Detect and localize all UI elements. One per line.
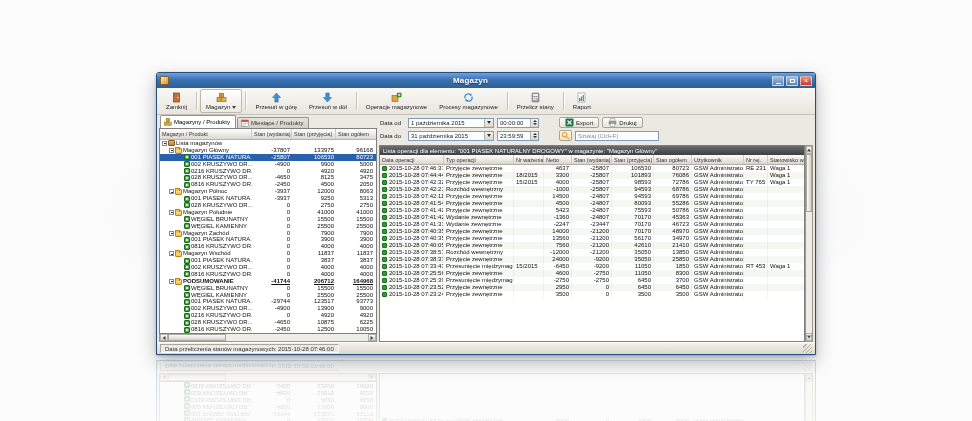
- operation-row[interactable]: 2015-10-28 07:42:11 Przyjęcie zewnętrzne…: [380, 193, 804, 200]
- operation-row[interactable]: 2015-10-28 07:25:56 Przyjęcie zewnętrzne…: [380, 270, 804, 277]
- tree-row[interactable]: 001 PIASEK NATURA... -3937 9250 5313: [160, 195, 376, 202]
- scroll-up-button[interactable]: [806, 146, 812, 154]
- operation-row[interactable]: 2015-10-28 07:41:54 Przyjęcie zewnętrzne…: [380, 200, 804, 207]
- date-from-select[interactable]: 1 października 2015: [408, 118, 494, 128]
- chevron-down-icon[interactable]: [484, 132, 493, 140]
- tree-row[interactable]: Lista magazynów: [160, 140, 376, 147]
- toolbar-magazyn-button[interactable]: Magazyn: [200, 89, 242, 113]
- tree-row[interactable]: 002 KRUSZYWO DR... -4900 9900 5000: [160, 161, 376, 168]
- tree-row[interactable]: 0816 KRUSZYWO DR... -2450 4500 2050: [160, 181, 376, 188]
- operations-column-header[interactable]: Typ operacji: [444, 155, 514, 164]
- tree-row[interactable]: 028 KRUSZYWO DR... 0 2750 2750: [160, 202, 376, 209]
- operations-column-header[interactable]: Nr rej.: [744, 155, 768, 164]
- horizontal-scrollbar[interactable]: [159, 334, 377, 342]
- tree-expander-icon[interactable]: [169, 231, 174, 236]
- operation-row[interactable]: 2015-10-28 07:23:24 Przyjęcie zewnętrzne…: [380, 291, 804, 298]
- print-button[interactable]: Drukuj: [602, 117, 642, 128]
- spinner-icon[interactable]: [530, 132, 538, 140]
- time-to-input[interactable]: 23:59:59: [497, 131, 539, 141]
- horizontal-scrollbar-thumb[interactable]: [168, 334, 226, 341]
- tree-row[interactable]: 0816 KRUSZYWO DR... 0 4000 4000: [160, 271, 376, 278]
- tree-row[interactable]: 001 PIASEK NATURA... 0 3837 3837: [160, 257, 376, 264]
- tree-row[interactable]: Magazyn Południe 0 41000 41000: [160, 209, 376, 216]
- scroll-left-button[interactable]: [160, 334, 168, 341]
- tree-row[interactable]: 0216 KRUSZYWO DR... 0 4920 4920: [160, 312, 376, 319]
- operation-row[interactable]: 2015-10-28 07:41:33 Wydanie zewnętrzne -…: [380, 221, 804, 228]
- tree-row[interactable]: 001 PIASEK NATURA... 0 3900 3900: [160, 236, 376, 243]
- tree-expander-icon[interactable]: [169, 251, 174, 256]
- tree-row[interactable]: WĘGIEL BRUNATNY 0 15500 15500: [160, 285, 376, 292]
- operation-row[interactable]: 2015-10-28 07:41:42 Przyjęcie zewnętrzne…: [380, 207, 804, 214]
- toolbar-move-up-button[interactable]: Przesuń w górę: [249, 89, 303, 113]
- close-button[interactable]: ×: [800, 76, 812, 86]
- tree-row[interactable]: 0816 KRUSZYWO DR... 0 4000 4000: [160, 243, 376, 250]
- tree-column-header[interactable]: Stan (wydania): [252, 129, 292, 139]
- search-button[interactable]: [559, 130, 572, 141]
- operations-column-header[interactable]: Stan (przyjęcia): [612, 155, 654, 164]
- tree-row[interactable]: 028 KRUSZYWO DR... -4650 10875 6225: [160, 319, 376, 326]
- operation-row[interactable]: 2015-10-28 07:38:57 Rozchód wewnętrzny -…: [380, 249, 804, 256]
- tree-row[interactable]: Magazyn Zachód 0 7900 7900: [160, 230, 376, 237]
- operation-row[interactable]: 2015-10-28 07:42:21 Rozchód wewnętrzny -…: [380, 186, 804, 193]
- vertical-scrollbar-thumb[interactable]: [806, 154, 812, 212]
- tree-row[interactable]: 002 KRUSZYWO DR... 0 4000 4000: [160, 264, 376, 271]
- tab-miesiace-produkty[interactable]: Miesiące / Produkty: [237, 117, 309, 128]
- toolbar-processes-button[interactable]: Procesy magazynowe: [433, 89, 504, 113]
- operation-row[interactable]: 2015-10-28 07:23:52 Przyjęcie zewnętrzne…: [380, 284, 804, 291]
- operation-row[interactable]: 2015-10-28 07:40:05 Przyjęcie zewnętrzne…: [380, 242, 804, 249]
- vertical-scrollbar-track[interactable]: [806, 212, 812, 333]
- operation-row[interactable]: 2015-10-28 07:40:35 Przyjęcie zewnętrzne…: [380, 228, 804, 235]
- operation-row[interactable]: 2015-10-28 07:40:35 Przyjęcie zewnętrzne…: [380, 235, 804, 242]
- resize-grip[interactable]: [803, 344, 812, 353]
- tree-row[interactable]: WĘGIEL KAMIENNY 0 25500 25500: [160, 223, 376, 230]
- search-input[interactable]: [578, 133, 656, 139]
- tree-expander-icon[interactable]: [169, 148, 174, 153]
- operations-column-header[interactable]: Użytkownik: [692, 155, 744, 164]
- tree-column-header[interactable]: Stan ogółem: [336, 129, 376, 139]
- operations-column-header[interactable]: Nr ważenia: [514, 155, 544, 164]
- maximize-button[interactable]: [786, 76, 798, 86]
- tree-row[interactable]: 002 KRUSZYWO DR... -4900 13900 9000: [160, 305, 376, 312]
- tree-expander-icon[interactable]: [169, 279, 174, 284]
- tree-row[interactable]: Magazyn Północ -3937 12000 8063: [160, 188, 376, 195]
- operation-row[interactable]: 2015-10-28 07:25:39 Przesunięcie międzym…: [380, 277, 804, 284]
- scroll-right-button[interactable]: [368, 334, 376, 341]
- toolbar-move-down-button[interactable]: Przesuń w dół: [303, 89, 353, 113]
- operation-row[interactable]: 2015-10-28 07:46:37 Przyjęcie zewnętrzne…: [380, 165, 804, 172]
- vertical-scrollbar[interactable]: [805, 145, 813, 342]
- scroll-down-button[interactable]: [806, 333, 812, 341]
- tree-row[interactable]: WĘGIEL BRUNATNY 0 15500 15500: [160, 216, 376, 223]
- tree-row[interactable]: Magazyn Główny -37807 133975 96168: [160, 147, 376, 154]
- tree-column-header[interactable]: Magazyn / Produkt: [160, 129, 252, 139]
- tree-row[interactable]: PODSUMOWANIE -41744 206712 164968: [160, 278, 376, 285]
- titlebar[interactable]: Magazyn ×: [157, 73, 815, 88]
- tab-magazyny-produkty[interactable]: Magazyny / Produkty: [160, 115, 236, 128]
- time-from-input[interactable]: 00:00:00: [497, 118, 539, 128]
- toolbar-recalculate-button[interactable]: Przelicz stany: [511, 89, 560, 113]
- operations-column-header[interactable]: Stanowisko wagowe: [768, 155, 804, 164]
- toolbar-report-button[interactable]: Raport: [567, 89, 597, 113]
- operation-row[interactable]: 2015-10-28 07:38:37 Przyjęcie zewnętrzne…: [380, 256, 804, 263]
- operations-column-header[interactable]: Stan (wydania): [572, 155, 612, 164]
- operation-row[interactable]: 2015-10-28 07:33:43 Przesunięcie międzym…: [380, 263, 804, 270]
- tree-row[interactable]: 001 PIASEK NATURA... -29744 123517 93773: [160, 298, 376, 305]
- toolbar-operations-button[interactable]: Operacje magazynowe: [360, 89, 433, 113]
- toolbar-close-button[interactable]: Zamknij: [160, 89, 193, 113]
- tree-expander-icon[interactable]: [169, 210, 174, 215]
- operation-row[interactable]: 2015-10-28 07:41:42 Wydanie zewnętrzne -…: [380, 214, 804, 221]
- spinner-icon[interactable]: [530, 119, 538, 127]
- operations-column-header[interactable]: Netto: [544, 155, 572, 164]
- tree-expander-icon[interactable]: [169, 189, 174, 194]
- tree-row[interactable]: 0216 KRUSZYWO DR... 0 4920 4920: [160, 168, 376, 175]
- horizontal-scrollbar-track[interactable]: [226, 334, 368, 341]
- tree-row[interactable]: 001 PIASEK NATURA... -25807 106530 80723: [160, 154, 376, 161]
- tree-column-header[interactable]: Stan (przyjęcia): [292, 129, 336, 139]
- operation-row[interactable]: 2015-10-28 07:42:32 Przyjęcie zewnętrzne…: [380, 179, 804, 186]
- date-to-select[interactable]: 31 października 2015: [408, 131, 494, 141]
- tree-row[interactable]: WĘGIEL KAMIENNY 0 25500 25500: [160, 292, 376, 299]
- tree-row[interactable]: Magazyn Wschód 0 11837 11837: [160, 250, 376, 257]
- chevron-down-icon[interactable]: [484, 119, 493, 127]
- operations-column-header[interactable]: Stan ogółem: [654, 155, 692, 164]
- tree-row[interactable]: 028 KRUSZYWO DR... -4650 8125 3475: [160, 174, 376, 181]
- operation-row[interactable]: 2015-10-28 07:44:44 Przyjęcie zewnętrzne…: [380, 172, 804, 179]
